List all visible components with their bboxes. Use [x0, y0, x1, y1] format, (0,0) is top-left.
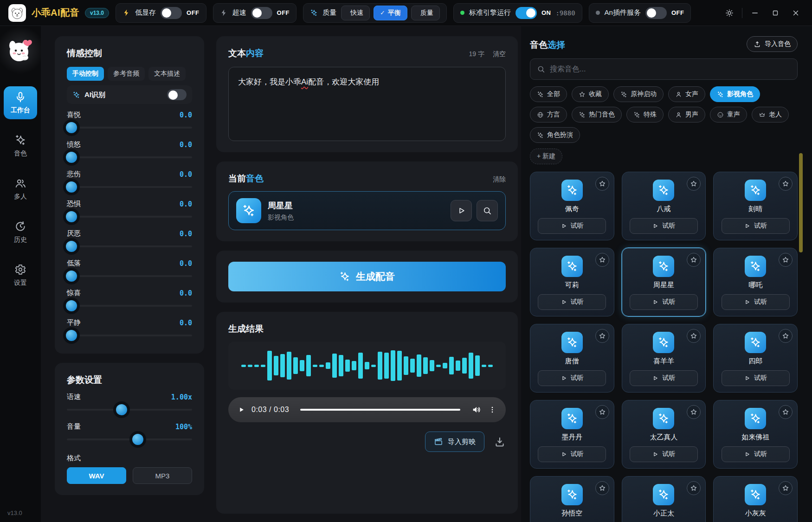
filter-chip[interactable]: 热门音色 — [572, 107, 622, 122]
favorite-star-button[interactable] — [687, 253, 701, 267]
locate-voice-button[interactable] — [477, 200, 498, 221]
preview-voice-button[interactable] — [451, 200, 472, 221]
audition-button[interactable]: 试听 — [630, 218, 698, 234]
voice-card[interactable]: 墨丹丹 试听 — [530, 400, 614, 469]
maximize-button[interactable] — [767, 5, 783, 21]
vertical-scrollbar[interactable] — [799, 153, 803, 252]
speed-slider[interactable] — [67, 403, 192, 417]
low-vram-toggle[interactable] — [161, 7, 182, 19]
player-play-button[interactable] — [238, 406, 245, 413]
voice-card[interactable]: 哪吒 试听 — [713, 248, 798, 316]
filter-chip[interactable]: 方言 — [530, 107, 567, 122]
audition-button[interactable]: 试听 — [630, 370, 698, 386]
filter-chip[interactable]: 角色扮演 — [530, 127, 580, 143]
slider-thumb[interactable] — [66, 122, 77, 133]
emotion-tab[interactable]: 参考音频 — [108, 67, 145, 81]
quality-option-button[interactable]: ✓平衡 — [374, 6, 407, 20]
filter-chip[interactable]: 女声 — [668, 86, 705, 102]
favorite-star-button[interactable] — [779, 405, 793, 419]
favorite-star-button[interactable] — [779, 481, 793, 495]
voice-card[interactable]: 如来佛祖 试听 — [713, 400, 798, 469]
close-button[interactable] — [788, 5, 804, 21]
voice-card[interactable]: 孙悟空 试听 — [530, 476, 614, 522]
format-option-button[interactable]: MP3 — [133, 467, 192, 484]
quality-option-button[interactable]: 快速 — [341, 6, 370, 20]
filter-chip[interactable]: 特殊 — [626, 107, 664, 122]
filter-chip[interactable]: 全部 — [530, 86, 567, 102]
emotion-slider[interactable] — [67, 299, 192, 313]
audition-button[interactable]: 试听 — [722, 370, 790, 386]
voice-card[interactable]: 喜羊羊 试听 — [622, 324, 706, 393]
import-jianying-button[interactable]: 导入剪映 — [425, 432, 484, 452]
download-button[interactable] — [494, 436, 506, 448]
slider-thumb[interactable] — [66, 300, 77, 311]
sidebar-item[interactable]: 音色 — [4, 129, 37, 162]
sidebar-item[interactable]: 历史 — [4, 216, 37, 249]
slider-thumb[interactable] — [66, 152, 77, 163]
voice-card[interactable]: 太乙真人 试听 — [622, 400, 706, 469]
slider-thumb[interactable] — [66, 271, 77, 282]
favorite-star-button[interactable] — [687, 177, 701, 191]
favorite-star-button[interactable] — [779, 253, 793, 267]
clear-text-button[interactable]: 清空 — [493, 50, 506, 58]
sidebar-item[interactable]: 设置 — [4, 259, 37, 292]
filter-chip[interactable]: 童声 — [710, 107, 747, 122]
favorite-star-button[interactable] — [595, 329, 609, 343]
slider-thumb[interactable] — [116, 404, 127, 415]
voice-card[interactable]: 四郎 试听 — [713, 324, 798, 393]
favorite-star-button[interactable] — [687, 481, 701, 495]
theme-toggle-button[interactable] — [722, 5, 737, 21]
voice-card[interactable]: 小正太 试听 — [622, 476, 706, 522]
emotion-slider[interactable] — [67, 121, 192, 135]
player-progress-bar[interactable] — [300, 409, 460, 411]
favorite-star-button[interactable] — [595, 177, 609, 191]
emotion-slider[interactable] — [67, 180, 192, 194]
favorite-star-button[interactable] — [687, 405, 701, 419]
emotion-slider[interactable] — [67, 150, 192, 164]
voice-card[interactable]: 佩奇 试听 — [530, 172, 614, 240]
favorite-star-button[interactable] — [779, 329, 793, 343]
import-voice-button[interactable]: 导入音色 — [747, 36, 798, 52]
new-filter-button[interactable]: + 新建 — [530, 148, 562, 164]
favorite-star-button[interactable] — [687, 329, 701, 343]
clear-voice-button[interactable]: 清除 — [493, 175, 506, 184]
player-menu-button[interactable] — [488, 406, 496, 414]
emotion-tab[interactable]: 文本描述 — [148, 67, 186, 81]
audition-button[interactable]: 试听 — [538, 218, 606, 234]
filter-chip[interactable]: 老人 — [752, 107, 789, 122]
voice-card[interactable]: 刻晴 试听 — [713, 172, 798, 240]
audition-button[interactable]: 试听 — [722, 294, 790, 310]
favorite-star-button[interactable] — [595, 405, 609, 419]
volume-slider[interactable] — [67, 432, 192, 446]
text-content[interactable]: 大家好，我是小乖Ai配音，欢迎大家使用 — [228, 67, 506, 141]
slider-thumb[interactable] — [132, 434, 143, 445]
sidebar-item[interactable]: 工作台 — [4, 86, 37, 119]
engine-toggle[interactable] — [516, 7, 537, 19]
filter-chip[interactable]: 原神启动 — [613, 86, 664, 102]
audition-button[interactable]: 试听 — [630, 446, 698, 462]
audition-button[interactable]: 试听 — [538, 446, 606, 462]
slider-thumb[interactable] — [66, 181, 77, 193]
volume-icon[interactable] — [471, 405, 482, 415]
audition-button[interactable]: 试听 — [630, 294, 698, 310]
selected-voice-card[interactable]: 周星星 影视角色 — [228, 191, 506, 230]
voice-search-input[interactable] — [550, 65, 791, 73]
audio-player[interactable]: 0:03 / 0:03 — [228, 397, 506, 422]
voice-card[interactable]: 周星星 试听 — [622, 248, 706, 316]
voice-card[interactable]: 可莉 试听 — [530, 248, 614, 316]
filter-chip[interactable]: 收藏 — [572, 86, 609, 102]
voice-card[interactable]: 小灰灰 试听 — [713, 476, 798, 522]
turbo-toggle[interactable] — [251, 7, 272, 19]
plugin-toggle[interactable] — [645, 7, 667, 19]
audition-button[interactable]: 试听 — [722, 446, 790, 462]
generate-button[interactable]: 生成配音 — [228, 262, 506, 291]
audition-button[interactable]: 试听 — [538, 370, 606, 386]
favorite-star-button[interactable] — [595, 253, 609, 267]
emotion-slider[interactable] — [67, 269, 192, 283]
favorite-star-button[interactable] — [779, 177, 793, 191]
filter-chip[interactable]: 男声 — [668, 107, 705, 122]
slider-thumb[interactable] — [66, 211, 77, 222]
audition-button[interactable]: 试听 — [538, 294, 606, 310]
emotion-tab[interactable]: 手动控制 — [67, 67, 104, 81]
ai-detect-toggle[interactable] — [167, 89, 187, 100]
